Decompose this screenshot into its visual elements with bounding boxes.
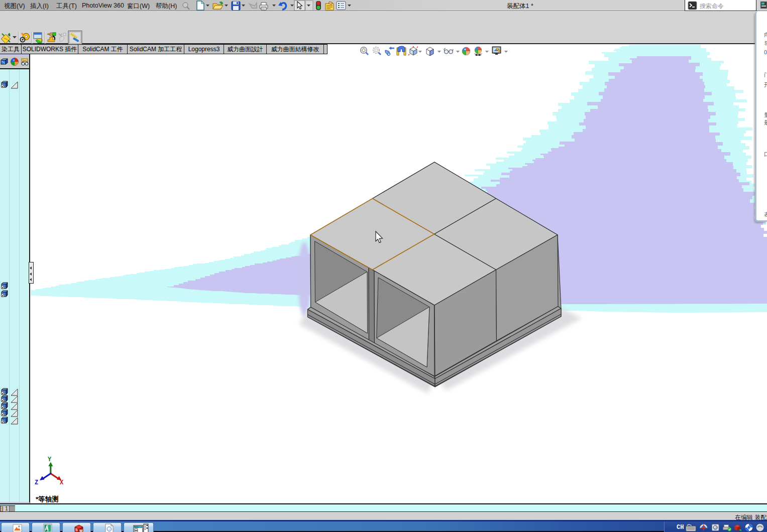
svg-text:X: X: [60, 479, 64, 486]
svg-text:FILE: FILE: [135, 526, 139, 528]
svg-text:Z: Z: [35, 479, 38, 486]
svg-text:W: W: [79, 529, 83, 532]
svg-text:Y: Y: [48, 456, 52, 463]
svg-text:*等轴测: *等轴测: [36, 495, 59, 503]
svg-text:S: S: [75, 528, 78, 531]
